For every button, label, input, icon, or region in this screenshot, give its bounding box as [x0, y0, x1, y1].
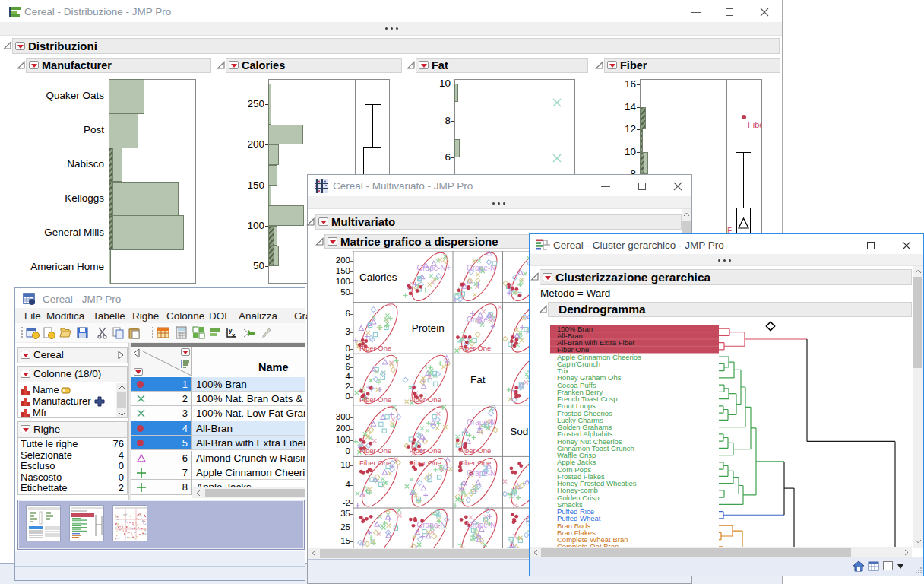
- svg-text:Fiber One: Fiber One: [459, 344, 491, 352]
- svg-text:Fiber One: Fiber One: [359, 395, 391, 404]
- svg-text:Fiber One: Fiber One: [359, 459, 391, 467]
- svg-text:Fiber One: Fiber One: [410, 446, 441, 455]
- svg-text:Calories: Calories: [359, 271, 397, 283]
- svg-text:Fiber One: Fiber One: [359, 344, 391, 352]
- svg-text:Fiber One: Fiber One: [459, 459, 491, 467]
- svg-text:x: x: [232, 332, 236, 338]
- svg-text:Fiber One: Fiber One: [410, 459, 441, 467]
- svg-text:Fiber One: Fiber One: [359, 446, 391, 455]
- svg-text:Grape-N: Grape-N: [467, 418, 495, 427]
- svg-text:Fiber One: Fiber One: [459, 446, 491, 455]
- svg-text:Grape-N: Grape-N: [417, 521, 446, 529]
- svg-text:Grape-N: Grape-N: [417, 264, 446, 272]
- svg-text:Fat: Fat: [470, 374, 486, 386]
- svg-text:Grape-N: Grape-N: [467, 521, 495, 529]
- svg-text:Protein: Protein: [412, 322, 445, 334]
- svg-text:Grape-N: Grape-N: [467, 469, 495, 478]
- svg-text:Grape-N: Grape-N: [467, 264, 495, 272]
- svg-text:Fiber One: Fiber One: [410, 395, 441, 404]
- svg-text:Grape-N: Grape-N: [467, 316, 495, 324]
